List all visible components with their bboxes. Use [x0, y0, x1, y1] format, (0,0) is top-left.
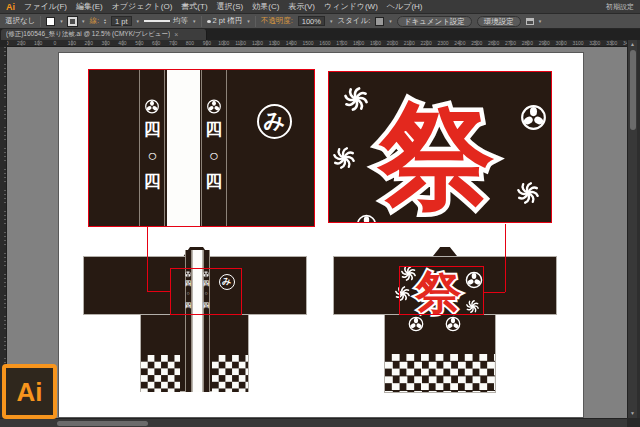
horizontal-ruler[interactable]: 3002001000100200300400500600700800900100…: [0, 40, 640, 47]
chevron-down-icon[interactable]: ▾: [539, 18, 542, 24]
callout-collar-detail[interactable]: 四 ○ 四 四 ○ 四 み: [88, 69, 315, 228]
collar-crest-column: 四 ○ 四: [201, 70, 227, 227]
menu-view[interactable]: 表示(V): [288, 1, 315, 12]
ruler-tick-label: 200: [17, 41, 25, 46]
ruler-tick-label: 2900: [539, 41, 550, 46]
callout-connector-line: [484, 292, 505, 293]
menu-effect[interactable]: 効果(C): [252, 1, 279, 12]
collar-crest-column: 四 ○ 四: [139, 70, 165, 227]
separator: [255, 16, 256, 27]
chevron-down-icon[interactable]: ▾: [389, 18, 392, 24]
callout-kanji-detail[interactable]: 祭: [328, 71, 552, 223]
vertical-ruler[interactable]: [0, 47, 7, 418]
illustrator-window: Ai ファイル(F) 編集(E) オブジェクト(O) 書式(T) 選択(S) 効…: [0, 0, 640, 427]
control-panel-menu-icon[interactable]: [526, 18, 534, 25]
menu-type[interactable]: 書式(T): [181, 1, 207, 12]
ruler-tick-label: 2200: [421, 41, 432, 46]
menu-edit[interactable]: 編集(E): [76, 1, 103, 12]
collar-character: 四: [144, 173, 161, 190]
ruler-tick-label: 200: [85, 41, 93, 46]
workspace-switcher[interactable]: 初期設定: [606, 2, 634, 12]
app-icon: Ai: [6, 2, 15, 12]
ruler-tick-label: 2100: [404, 41, 415, 46]
control-bar: 選択なし ▾ ▾ 線: ▴▾ 1 pt▾ 均等▾ 2 pt 楕円▾ 不透明度: …: [0, 14, 640, 29]
menu-window[interactable]: ウィンドウ(W): [324, 1, 378, 12]
svg-text:祭: 祭: [376, 88, 495, 223]
mitsuba-crest-icon: [145, 99, 160, 114]
ruler-tick-label: 900: [203, 41, 211, 46]
graphic-style-swatch[interactable]: [375, 17, 384, 26]
ruler-tick-label: 2300: [437, 41, 448, 46]
document-tab[interactable]: (修正)160546_祭り法被.ai @ 12.5% (CMYK/プレビュー) …: [1, 29, 207, 40]
mitsuba-crest-icon: [206, 99, 221, 114]
ruler-tick-label: 2800: [522, 41, 533, 46]
ruler-tick-label: 1500: [302, 41, 313, 46]
chevron-down-icon[interactable]: ▾: [330, 18, 333, 24]
fill-color-swatch[interactable]: [46, 17, 55, 26]
ruler-tick-label: 3200: [589, 41, 600, 46]
mi-monogram-badge: み: [257, 104, 292, 139]
ruler-tick-label: 1400: [286, 41, 297, 46]
ruler-tick-label: 1600: [319, 41, 330, 46]
stroke-color-swatch[interactable]: [68, 17, 77, 26]
ruler-tick-label: 0: [54, 41, 57, 46]
callout-source-rect: [399, 266, 484, 315]
opacity-link[interactable]: 不透明度:: [261, 16, 293, 26]
horizontal-scrollbar[interactable]: [0, 418, 627, 427]
collar-character: ○: [147, 148, 157, 164]
mi-monogram: み: [264, 107, 286, 135]
ruler-tick-label: 100: [34, 41, 42, 46]
ruler-tick-label: 1700: [336, 41, 347, 46]
ruler-tick-label: 700: [169, 41, 177, 46]
illustrator-logo-badge: Ai: [2, 364, 57, 419]
ruler-tick-label: 1300: [269, 41, 280, 46]
horizontal-scroll-thumb[interactable]: [57, 421, 148, 427]
ruler-tick-label: 1900: [370, 41, 381, 46]
collar-character: 四: [205, 173, 222, 190]
ruler-corner[interactable]: [0, 40, 7, 47]
document-setup-button[interactable]: ドキュメント設定: [397, 16, 472, 27]
preferences-button[interactable]: 環境設定: [477, 16, 521, 27]
ruler-tick-label: 100: [68, 41, 76, 46]
ruler-tick-label: 2500: [471, 41, 482, 46]
menu-help[interactable]: ヘルプ(H): [387, 1, 423, 12]
stroke-profile-icon: [144, 20, 170, 22]
illustrator-logo-text: Ai: [17, 379, 43, 405]
chevron-down-icon[interactable]: ▾: [193, 18, 196, 24]
checker-hem-right: [212, 355, 248, 392]
ruler-tick-label: 3300: [606, 41, 617, 46]
ruler-tick-label: 300: [101, 41, 109, 46]
checker-hem-left: [141, 355, 180, 392]
ruler-tick-label: 600: [152, 41, 160, 46]
menu-object[interactable]: オブジェクト(O): [112, 1, 173, 12]
stroke-panel-link[interactable]: 線:: [89, 16, 99, 26]
chevron-down-icon[interactable]: ▾: [247, 18, 250, 24]
menu-file[interactable]: ファイル(F): [24, 1, 67, 12]
scroll-down-icon[interactable]: ▼: [628, 410, 637, 417]
front-opening-band: [167, 70, 200, 227]
callout-source-rect: [170, 268, 242, 316]
menu-select[interactable]: 選択(S): [217, 1, 244, 12]
document-title: (修正)160546_祭り法被.ai @ 12.5% (CMYK/プレビュー): [6, 30, 170, 39]
ruler-tick-label: 1800: [353, 41, 364, 46]
stroke-weight-stepper[interactable]: ▴▾: [104, 18, 106, 24]
vertical-scroll-thumb[interactable]: [630, 50, 636, 130]
opacity-value[interactable]: 100%: [298, 16, 325, 26]
ruler-tick-label: 2700: [505, 41, 516, 46]
close-tab-icon[interactable]: ×: [174, 31, 178, 38]
chevron-down-icon[interactable]: ▾: [60, 18, 63, 24]
stroke-weight-value[interactable]: 1 pt: [111, 16, 132, 26]
ruler-tick-label: 1100: [235, 41, 246, 46]
variable-width-dropdown[interactable]: 均等: [144, 16, 188, 26]
ruler-tick-label: 2400: [454, 41, 465, 46]
scroll-up-icon[interactable]: ▲: [628, 41, 637, 48]
chevron-down-icon[interactable]: ▾: [82, 18, 85, 24]
chevron-down-icon[interactable]: ▾: [137, 18, 140, 24]
vertical-scrollbar[interactable]: ▲ ▼: [627, 40, 637, 418]
callout-connector-line: [147, 291, 170, 292]
ruler-tick-label: 1200: [252, 41, 263, 46]
collar-character: 四: [144, 121, 161, 138]
brush-icon: [207, 20, 211, 23]
tab-bar: (修正)160546_祭り法被.ai @ 12.5% (CMYK/プレビュー) …: [0, 29, 640, 40]
brush-dropdown[interactable]: 2 pt 楕円: [207, 16, 243, 26]
